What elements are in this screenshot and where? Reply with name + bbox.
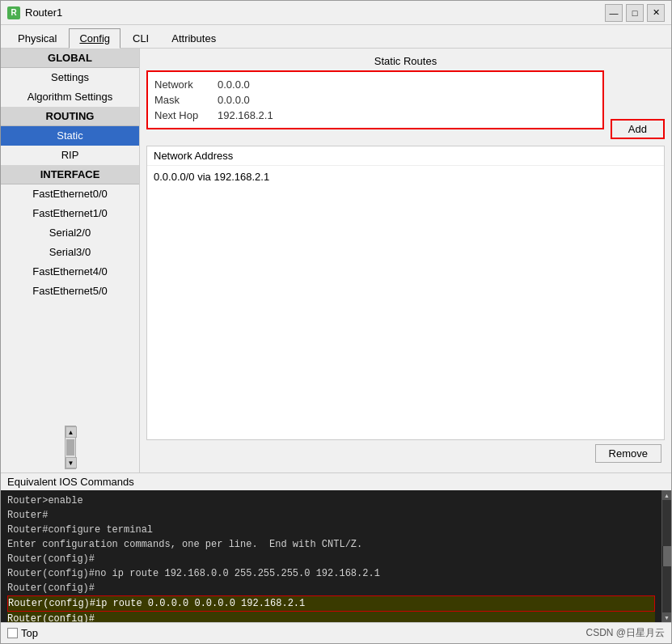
title-bar: R Router1 — □ ✕ [1,1,671,25]
minimize-button[interactable]: — [605,4,623,22]
sidebar-item-fastethernet50[interactable]: FastEthernet5/0 [1,282,139,301]
footer-bar: Top CSDN @日星月云 [1,622,671,643]
main-window: R Router1 — □ ✕ Physical Config CLI Attr… [0,0,672,644]
sidebar-scrollbar[interactable]: ▲ ▼ [65,426,76,469]
console-line-4: Router(config)# [7,552,655,566]
sidebar-item-algorithm-settings[interactable]: Algorithm Settings [1,87,139,107]
tab-attributes[interactable]: Attributes [161,28,226,48]
sidebar-item-fastethernet10[interactable]: FastEthernet1/0 [1,204,139,223]
sidebar-item-serial20[interactable]: Serial2/0 [1,223,139,243]
watermark: CSDN @日星月云 [585,626,665,640]
console-line-6: Router(config)# [7,581,655,595]
top-label: Top [21,627,38,639]
nexthop-value: 192.168.2.1 [218,109,596,121]
mask-row: Mask 0.0.0.0 [154,94,596,106]
console-line-1: Router# [7,508,655,523]
sidebar-item-rip[interactable]: RIP [1,146,139,165]
footer-left: Top [7,627,38,639]
sidebar-item-fastethernet00[interactable]: FastEthernet0/0 [1,184,139,204]
sidebar-item-fastethernet40[interactable]: FastEthernet4/0 [1,262,139,282]
static-routes-header: Static Routes [146,55,665,67]
remove-btn-row: Remove [146,440,665,466]
sidebar-header-global: GLOBAL [1,49,139,68]
form-area: Network 0.0.0.0 Mask 0.0.0.0 Next Hop 19… [146,70,604,129]
maximize-button[interactable]: □ [626,4,644,22]
network-address-list: 0.0.0.0/0 via 192.168.2.1 [147,166,664,439]
console-area: Router>enable Router# Router#configure t… [1,490,661,622]
bottom-section: Equivalent IOS Commands Router>enable Ro… [1,472,671,622]
nexthop-label: Next Hop [154,109,211,121]
console-line-0: Router>enable [7,494,655,508]
console-line-5: Router(config)#no ip route 192.168.0.0 2… [7,566,655,581]
network-label: Network [154,78,211,91]
nexthop-row: Next Hop 192.168.2.1 [154,109,596,121]
network-address-entry-0: 0.0.0.0/0 via 192.168.2.1 [154,169,657,184]
network-value: 0.0.0.0 [218,78,596,91]
sidebar: GLOBAL Settings Algorithm Settings ROUTI… [1,49,140,472]
close-button[interactable]: ✕ [647,4,665,22]
mask-value: 0.0.0.0 [218,94,596,106]
sidebar-item-serial30[interactable]: Serial3/0 [1,243,139,262]
equivalent-label: Equivalent IOS Commands [1,473,671,490]
window-title: Router1 [25,6,605,19]
tab-cli[interactable]: CLI [122,28,159,48]
console-line-7: Router(config)#ip route 0.0.0.0 0.0.0.0 … [7,595,655,612]
static-routes-section: Static Routes Network 0.0.0.0 Mask 0.0.0… [146,55,665,139]
top-checkbox[interactable] [7,628,18,638]
console-scrollbar[interactable]: ▲ ▼ [661,490,671,622]
sidebar-header-interface: INTERFACE [1,165,139,184]
sidebar-header-routing: ROUTING [1,107,139,126]
network-address-section: Network Address 0.0.0.0/0 via 192.168.2.… [146,146,665,440]
console-line-2: Router#configure terminal [7,523,655,537]
sidebar-item-settings[interactable]: Settings [1,68,139,87]
sidebar-item-static[interactable]: Static [1,126,139,146]
network-row: Network 0.0.0.0 [154,78,596,91]
remove-button[interactable]: Remove [595,444,661,463]
app-icon: R [7,6,20,19]
mask-label: Mask [154,94,211,106]
tab-bar: Physical Config CLI Attributes [1,25,671,49]
window-controls: — □ ✕ [605,4,665,22]
add-button[interactable]: Add [611,119,665,139]
console-line-8: Router(config)# [7,612,655,622]
console-line-3: Enter configuration commands, one per li… [7,537,655,552]
tab-physical[interactable]: Physical [7,28,67,48]
network-address-header: Network Address [147,146,664,166]
main-content: GLOBAL Settings Algorithm Settings ROUTI… [1,49,671,472]
right-panel: Static Routes Network 0.0.0.0 Mask 0.0.0… [140,49,671,472]
tab-config[interactable]: Config [69,28,120,49]
